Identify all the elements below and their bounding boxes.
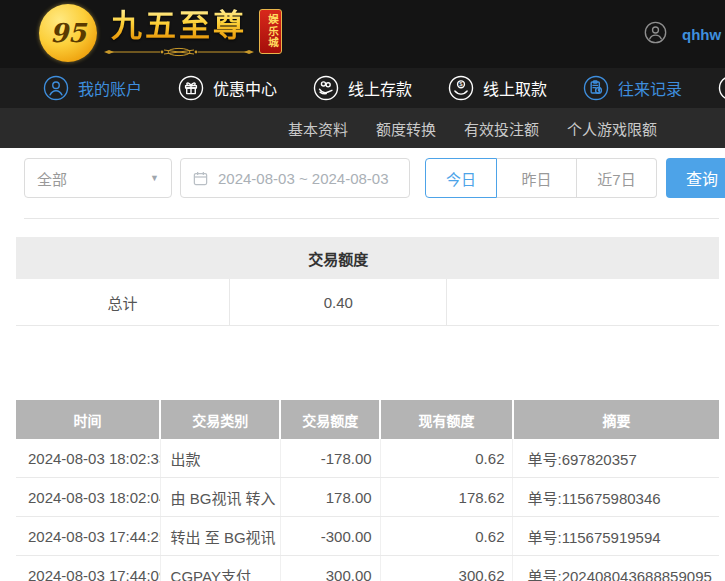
cell-summary: 单号:697820357 bbox=[513, 439, 719, 478]
summary-total-value: 0.40 bbox=[230, 279, 447, 326]
cell-type: 由 BG视讯 转入 bbox=[160, 478, 280, 517]
caret-down-icon: ▼ bbox=[150, 173, 159, 183]
gift-icon bbox=[178, 75, 204, 101]
col-header-type: 交易类别 bbox=[160, 400, 280, 439]
top-header: 95 九五至尊 娱乐城 bbox=[0, 0, 725, 68]
nav-label: 优惠中心 bbox=[213, 76, 277, 100]
col-header-balance: 现有额度 bbox=[380, 400, 513, 439]
nav-label: 往来记录 bbox=[618, 76, 682, 100]
summary-empty-cell bbox=[447, 279, 719, 326]
cell-time: 2024-08-03 17:44:25 bbox=[16, 517, 160, 556]
main-nav: 我的账户 优惠中心 线上存款 $ 线上取款 往来记录 bbox=[0, 68, 725, 108]
col-header-amount: 交易额度 bbox=[280, 400, 380, 439]
summary-header-row: 交易额度 bbox=[16, 237, 719, 279]
user-menu[interactable]: qhhw bbox=[644, 0, 721, 68]
cell-balance: 0.62 bbox=[380, 439, 513, 478]
col-header-summary: 摘要 bbox=[513, 400, 719, 439]
last7days-button[interactable]: 近7日 bbox=[577, 158, 657, 198]
brand-name: 九五至尊 bbox=[111, 4, 247, 48]
cell-balance: 300.62 bbox=[380, 556, 513, 581]
summary-total-label: 总计 bbox=[16, 279, 230, 326]
subnav-item-quota-transfer[interactable]: 额度转换 bbox=[376, 118, 436, 139]
user-icon bbox=[43, 75, 69, 101]
summary-header-spacer bbox=[16, 237, 230, 279]
summary-total-row: 总计 0.40 bbox=[16, 279, 719, 326]
summary-header-title: 交易额度 bbox=[230, 237, 447, 279]
coin-hand-icon: $ bbox=[448, 75, 474, 101]
brand-logo[interactable]: 95 九五至尊 娱乐城 bbox=[39, 4, 282, 62]
cell-amount: -300.00 bbox=[280, 517, 380, 556]
nav-item-promotions[interactable]: 优惠中心 bbox=[178, 75, 277, 101]
type-filter-select[interactable]: 全部 ▼ bbox=[24, 158, 172, 198]
cell-type: 转出 至 BG视讯 bbox=[160, 517, 280, 556]
cell-balance: 178.62 bbox=[380, 478, 513, 517]
cell-amount: 178.00 bbox=[280, 478, 380, 517]
cell-balance: 0.62 bbox=[380, 517, 513, 556]
subnav-item-valid-bets[interactable]: 有效投注额 bbox=[464, 118, 539, 139]
nav-item-records[interactable]: 往来记录 bbox=[583, 75, 682, 101]
cell-summary: 单号:202408043688859095 bbox=[513, 556, 719, 581]
table-row: 2024-08-03 18:02:33 出款 -178.00 0.62 单号:6… bbox=[16, 439, 719, 478]
nav-item-messages[interactable]: 信 bbox=[718, 75, 725, 101]
nav-item-withdraw[interactable]: $ 线上取款 bbox=[448, 75, 547, 101]
cell-time: 2024-08-03 18:02:04 bbox=[16, 478, 160, 517]
brand-badge: 娱乐城 bbox=[259, 9, 282, 54]
page: 95 九五至尊 娱乐城 bbox=[0, 0, 725, 581]
calendar-icon bbox=[192, 170, 209, 187]
table-row: 2024-08-03 17:44:25 转出 至 BG视讯 -300.00 0.… bbox=[16, 517, 719, 556]
today-button[interactable]: 今日 bbox=[425, 158, 497, 198]
cell-type: CGPAY支付 bbox=[160, 556, 280, 581]
cell-summary: 单号:115675980346 bbox=[513, 478, 719, 517]
cell-summary: 单号:115675919594 bbox=[513, 517, 719, 556]
search-button[interactable]: 查询 bbox=[666, 158, 725, 198]
date-range-input[interactable]: 2024-08-03 ~ 2024-08-03 bbox=[180, 158, 410, 198]
date-range-value: 2024-08-03 ~ 2024-08-03 bbox=[218, 170, 389, 187]
filter-divider bbox=[24, 218, 719, 219]
yesterday-button[interactable]: 昨日 bbox=[497, 158, 577, 198]
hand-coins-icon bbox=[313, 75, 339, 101]
cell-time: 2024-08-03 17:44:09 bbox=[16, 556, 160, 581]
nav-label: 线上存款 bbox=[348, 76, 412, 100]
subnav-item-basic-info[interactable]: 基本资料 bbox=[288, 118, 348, 139]
logo-main: 九五至尊 bbox=[104, 4, 254, 58]
summary-table: 交易额度 总计 0.40 bbox=[16, 237, 719, 326]
content: 全部 ▼ 2024-08-03 ~ 2024-08-03 今日 昨日 近7日 查… bbox=[0, 148, 725, 581]
nav-item-my-account[interactable]: 我的账户 bbox=[43, 75, 142, 101]
records-header-row: 时间 交易类别 交易额度 现有额度 摘要 bbox=[16, 400, 719, 439]
logo-monogram-icon: 95 bbox=[39, 4, 97, 62]
summary-header-spacer bbox=[447, 237, 719, 279]
sub-nav: 基本资料 额度转换 有效投注额 个人游戏限额 bbox=[0, 108, 725, 148]
table-row: 2024-08-03 18:02:04 由 BG视讯 转入 178.00 178… bbox=[16, 478, 719, 517]
records-table: 时间 交易类别 交易额度 现有额度 摘要 2024-08-03 18:02:33… bbox=[16, 400, 719, 581]
cell-amount: 300.00 bbox=[280, 556, 380, 581]
cell-type: 出款 bbox=[160, 439, 280, 478]
nav-item-deposit[interactable]: 线上存款 bbox=[313, 75, 412, 101]
user-avatar-icon bbox=[644, 21, 667, 48]
bell-icon bbox=[718, 75, 725, 101]
nav-label: 我的账户 bbox=[78, 76, 142, 100]
type-filter-value: 全部 bbox=[37, 168, 67, 189]
col-header-time: 时间 bbox=[16, 400, 160, 439]
cell-time: 2024-08-03 18:02:33 bbox=[16, 439, 160, 478]
cell-amount: -178.00 bbox=[280, 439, 380, 478]
quick-range-group: 今日 昨日 近7日 bbox=[425, 158, 657, 198]
logo-monogram-text: 95 bbox=[50, 18, 86, 48]
nav-label: 线上取款 bbox=[483, 76, 547, 100]
clipboard-clock-icon bbox=[583, 75, 609, 101]
username: qhhw bbox=[682, 26, 721, 43]
subnav-item-game-limits[interactable]: 个人游戏限额 bbox=[567, 118, 657, 139]
table-row: 2024-08-03 17:44:09 CGPAY支付 300.00 300.6… bbox=[16, 556, 719, 581]
